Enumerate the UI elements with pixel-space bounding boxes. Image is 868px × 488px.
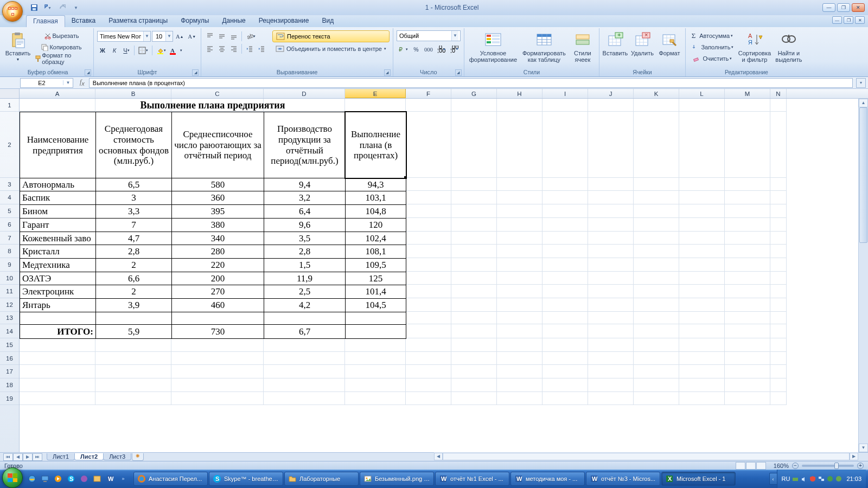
data-cell[interactable]: 340 xyxy=(171,232,264,245)
data-cell[interactable]: Медтехника xyxy=(20,258,96,272)
data-cell[interactable]: 580 xyxy=(171,178,264,191)
row-header-14[interactable]: 14 xyxy=(0,324,19,338)
align-middle-icon[interactable] xyxy=(216,31,227,42)
paste-button[interactable]: Вставить ▼ xyxy=(5,30,30,62)
clear-button[interactable]: Очистить▾ xyxy=(689,53,736,64)
ql-picasa-icon[interactable] xyxy=(78,472,90,486)
data-cell[interactable]: Наимсенование предприятия xyxy=(20,112,96,178)
row-header-10[interactable]: 10 xyxy=(0,272,19,285)
row-headers[interactable]: 12345678910111213141516171819 xyxy=(0,99,20,452)
ql-word-icon[interactable]: W xyxy=(104,472,116,486)
percent-format-icon[interactable]: % xyxy=(411,44,422,55)
tray-expand-icon[interactable]: ‹ xyxy=(769,473,777,485)
data-cell[interactable]: 125 xyxy=(345,272,406,285)
font-family-combo[interactable]: ▼ xyxy=(97,31,151,42)
align-bottom-icon[interactable] xyxy=(228,31,239,42)
data-cell[interactable]: 380 xyxy=(171,218,264,232)
office-button[interactable] xyxy=(2,1,23,22)
doc-close-button[interactable]: ✕ xyxy=(855,16,865,24)
table-title[interactable]: Выполнение плана предприятия xyxy=(20,99,406,112)
doc-minimize-button[interactable]: — xyxy=(832,16,842,24)
view-layout-icon[interactable] xyxy=(746,462,756,470)
data-cell[interactable]: 109,5 xyxy=(345,258,406,272)
data-cell[interactable]: 120 xyxy=(345,218,406,232)
row-header-5[interactable]: 5 xyxy=(0,204,19,218)
data-cell[interactable]: Бином xyxy=(20,204,96,219)
row-header-2[interactable]: 2 xyxy=(0,112,19,178)
align-right-icon[interactable] xyxy=(228,43,239,54)
data-cell[interactable]: 108,1 xyxy=(345,245,406,259)
data-cell[interactable]: 460 xyxy=(171,298,264,312)
data-cell[interactable] xyxy=(20,312,96,325)
data-cell[interactable]: 3,3 xyxy=(95,204,172,219)
tab-Вид[interactable]: Вид xyxy=(315,15,340,27)
fill-color-button[interactable]: ▾ xyxy=(155,45,168,56)
decrease-decimal-icon[interactable]: ,00,0 xyxy=(449,44,461,55)
tab-Рецензирование[interactable]: Рецензирование xyxy=(252,15,316,27)
sheet-nav-first-icon[interactable]: ⏮ xyxy=(3,453,13,461)
data-cell[interactable]: 6,7 xyxy=(264,324,346,339)
col-header-C[interactable]: C xyxy=(171,89,264,98)
tray-network-icon[interactable] xyxy=(818,476,825,482)
tab-Главная[interactable]: Главная xyxy=(26,15,65,27)
taskbar-item[interactable]: Лабораторные xyxy=(284,472,359,486)
ql-media-icon[interactable] xyxy=(52,472,64,486)
decrease-font-icon[interactable]: A▼ xyxy=(187,31,198,42)
taskbar-item[interactable]: Wотчёт №3 - Micros... xyxy=(586,472,660,486)
taskbar-item[interactable]: Анастасия Перел... xyxy=(133,472,208,486)
data-cell[interactable]: 104,5 xyxy=(345,298,406,312)
font-size-combo[interactable]: ▼ xyxy=(152,31,173,42)
data-cell[interactable]: 395 xyxy=(171,204,264,219)
font-color-button[interactable]: A▾ xyxy=(169,45,184,56)
col-header-L[interactable]: L xyxy=(679,89,725,98)
data-cell[interactable]: Среднегодовая стоимость основных фондов … xyxy=(95,112,172,178)
data-cell[interactable]: 2 xyxy=(95,285,172,299)
data-cell[interactable]: 6,4 xyxy=(264,204,346,219)
tray-volume-icon[interactable] xyxy=(801,476,807,482)
maximize-button[interactable]: ❐ xyxy=(837,3,850,12)
align-top-icon[interactable] xyxy=(205,31,215,42)
redo-icon[interactable] xyxy=(56,3,67,12)
format-painter-button[interactable]: Формат по образцу xyxy=(33,53,90,64)
zoom-level[interactable]: 160% xyxy=(774,463,789,469)
doc-restore-button[interactable]: ❐ xyxy=(844,16,853,24)
tray-hw-icon[interactable] xyxy=(792,476,799,482)
data-cell[interactable]: 102,4 xyxy=(345,232,406,245)
row-header-16[interactable]: 16 xyxy=(0,352,19,365)
col-header-B[interactable]: B xyxy=(95,89,171,98)
data-cell[interactable]: 200 xyxy=(171,272,264,285)
italic-button[interactable]: К xyxy=(109,45,120,56)
save-icon[interactable] xyxy=(28,3,39,12)
col-header-M[interactable]: M xyxy=(725,89,770,98)
decrease-indent-icon[interactable] xyxy=(244,43,255,54)
data-cell[interactable]: Гарант xyxy=(20,218,96,232)
data-cell[interactable]: 270 xyxy=(171,285,264,299)
formula-expand-icon[interactable]: ▾ xyxy=(856,78,866,88)
col-header-I[interactable]: I xyxy=(542,89,588,98)
data-cell[interactable]: Электроцинк xyxy=(20,285,96,299)
wrap-text-button[interactable]: Перенос текста xyxy=(272,30,390,42)
fx-button[interactable]: fx xyxy=(78,78,87,87)
align-center-icon[interactable] xyxy=(216,43,227,54)
row-header-8[interactable]: 8 xyxy=(0,245,19,258)
row-header-19[interactable]: 19 xyxy=(0,392,19,405)
tray-clock[interactable]: 21:03 xyxy=(846,476,861,482)
row-header-13[interactable]: 13 xyxy=(0,312,19,324)
sheet-nav-last-icon[interactable]: ⏭ xyxy=(33,453,42,461)
vertical-scrollbar[interactable]: ▲▼ xyxy=(858,99,868,452)
format-cells-button[interactable]: Формат xyxy=(657,30,682,57)
taskbar-item[interactable]: Безымянный.png (... xyxy=(360,472,434,486)
data-cell[interactable] xyxy=(345,312,406,325)
find-select-button[interactable]: Найти и выделить xyxy=(774,30,804,64)
data-cell[interactable]: 5,9 xyxy=(95,324,172,339)
zoom-out-button[interactable]: − xyxy=(792,463,799,469)
view-normal-icon[interactable] xyxy=(736,462,745,470)
col-header-H[interactable]: H xyxy=(497,89,542,98)
number-dialog-icon[interactable]: ◢ xyxy=(455,69,462,76)
cut-button[interactable]: Вырезать xyxy=(33,30,90,41)
data-cell[interactable]: 4,2 xyxy=(264,298,346,312)
name-box[interactable]: ▼ xyxy=(20,78,73,88)
undo-icon[interactable]: ▼ xyxy=(42,3,53,12)
cell-grid[interactable]: Выполнение плана предприятияНаимсеновани… xyxy=(20,99,868,452)
taskbar-item[interactable]: Wотчёт №1 Excel - ... xyxy=(435,472,509,486)
